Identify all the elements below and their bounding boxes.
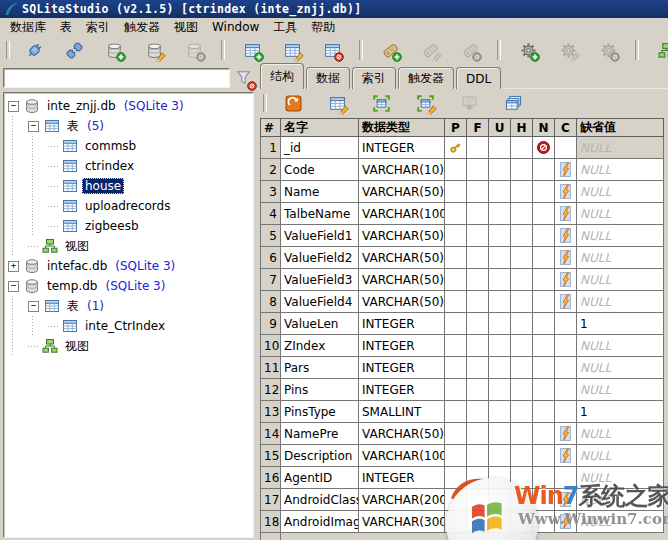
flag-f-cell[interactable] — [467, 379, 489, 401]
connect-database-button[interactable] — [23, 38, 45, 62]
flag-h-cell[interactable] — [511, 489, 533, 511]
flag-n-cell[interactable] — [533, 269, 555, 291]
flag-u-cell[interactable] — [489, 467, 511, 489]
flag-p-cell[interactable] — [445, 269, 467, 291]
flag-f-cell[interactable] — [467, 181, 489, 203]
flag-c-cell[interactable] — [555, 357, 577, 379]
flag-c-cell[interactable] — [555, 291, 577, 313]
default-value-cell[interactable]: NULL — [577, 357, 664, 379]
row-number-cell[interactable]: 13 — [261, 401, 281, 423]
menu-item-window[interactable]: Window — [205, 19, 266, 35]
row-number-cell[interactable]: 5 — [261, 225, 281, 247]
flag-n-cell[interactable] — [533, 467, 555, 489]
row-number-cell[interactable]: 14 — [261, 423, 281, 445]
flag-h-cell[interactable] — [511, 291, 533, 313]
row-number-cell[interactable]: 4 — [261, 203, 281, 225]
column-name-cell[interactable]: AndroidImage — [281, 511, 359, 533]
tree-item-table-ctrindex[interactable]: ctrindex — [4, 156, 253, 176]
tree-expander-icon[interactable]: − — [8, 281, 19, 292]
column-name-cell[interactable]: Pins — [281, 379, 359, 401]
tree-expander-icon[interactable]: − — [28, 301, 39, 312]
flag-h-cell[interactable] — [511, 181, 533, 203]
default-value-cell[interactable]: NULL — [577, 269, 664, 291]
edit-table-button[interactable] — [281, 38, 303, 62]
default-value-cell[interactable]: NULL — [577, 181, 664, 203]
default-value-cell[interactable]: NULL — [577, 247, 664, 269]
tree-filter-input[interactable] — [3, 68, 230, 88]
flag-p-cell[interactable] — [445, 489, 467, 511]
default-value-cell[interactable]: 1 — [577, 401, 664, 423]
flag-u-cell[interactable] — [489, 291, 511, 313]
row-number-cell[interactable]: 3 — [261, 181, 281, 203]
flag-c-cell[interactable] — [555, 379, 577, 401]
flag-p-cell[interactable] — [445, 511, 467, 533]
tree-item-table-inte-ctrindex[interactable]: inte_CtrIndex — [4, 316, 253, 336]
column-type-cell[interactable]: VARCHAR(50) — [359, 181, 445, 203]
tab-structure[interactable]: 结构 — [260, 63, 304, 89]
flag-p-cell[interactable] — [445, 313, 467, 335]
column-name-cell[interactable]: ValueField1 — [281, 225, 359, 247]
disconnect-database-button[interactable] — [63, 38, 85, 62]
add-table-button[interactable] — [241, 38, 263, 62]
flag-f-cell[interactable] — [467, 203, 489, 225]
flag-h-cell[interactable] — [511, 159, 533, 181]
flag-h-cell[interactable] — [511, 335, 533, 357]
row-number-cell[interactable]: 10 — [261, 335, 281, 357]
column-type-cell[interactable]: SMALLINT — [359, 401, 445, 423]
flag-p-cell[interactable] — [445, 159, 467, 181]
flag-n-cell[interactable] — [533, 291, 555, 313]
flag-n-cell[interactable] — [533, 247, 555, 269]
flag-p-cell[interactable] — [445, 357, 467, 379]
flag-f-cell[interactable] — [467, 335, 489, 357]
flag-h-cell[interactable] — [511, 269, 533, 291]
flag-f-cell[interactable] — [467, 423, 489, 445]
flag-c-cell[interactable] — [555, 335, 577, 357]
flag-f-cell[interactable] — [467, 401, 489, 423]
flag-n-cell[interactable] — [533, 313, 555, 335]
tree-item-table-commsb[interactable]: commsb — [4, 136, 253, 156]
default-value-cell[interactable]: NULL — [577, 423, 664, 445]
column-type-cell[interactable]: VARCHAR(10) — [359, 159, 445, 181]
tree-expander-icon[interactable]: + — [8, 261, 19, 272]
column-type-cell[interactable]: VARCHAR(50) — [359, 291, 445, 313]
flag-n-cell[interactable] — [533, 181, 555, 203]
column-name-cell[interactable]: ValueLen — [281, 313, 359, 335]
flag-n-cell[interactable] — [533, 357, 555, 379]
column-type-cell[interactable]: VARCHAR(50) — [359, 247, 445, 269]
add-view-button[interactable] — [655, 38, 668, 62]
tree-item-inte-znjj-db[interactable]: −inte_znjj.db(SQLite 3) — [4, 96, 253, 116]
flag-u-cell[interactable] — [489, 335, 511, 357]
filter-icon[interactable] — [235, 69, 254, 88]
edit-column-button[interactable] — [414, 91, 436, 115]
default-value-cell[interactable]: NULL — [577, 225, 664, 247]
flag-h-cell[interactable] — [511, 401, 533, 423]
flag-f-cell[interactable] — [467, 467, 489, 489]
copy-table-button[interactable] — [502, 91, 524, 115]
default-value-cell[interactable]: NULL — [577, 445, 664, 467]
flag-f-cell[interactable] — [467, 489, 489, 511]
add-index-button[interactable] — [379, 38, 401, 62]
default-value-cell[interactable]: NULL — [577, 159, 664, 181]
tree-item-inte-znjj-tables[interactable]: −表(5) — [4, 116, 253, 136]
flag-h-cell[interactable] — [511, 467, 533, 489]
column-name-cell[interactable]: AndroidClass — [281, 489, 359, 511]
column-name-cell[interactable]: Pars — [281, 357, 359, 379]
flag-n-cell[interactable] — [533, 423, 555, 445]
flag-c-cell[interactable] — [555, 225, 577, 247]
flag-u-cell[interactable] — [489, 269, 511, 291]
flag-h-cell[interactable] — [511, 247, 533, 269]
row-number-cell[interactable]: 1 — [261, 137, 281, 159]
flag-c-cell[interactable] — [555, 247, 577, 269]
flag-f-cell[interactable] — [467, 247, 489, 269]
column-type-cell[interactable]: VARCHAR(300) — [359, 511, 445, 533]
flag-c-cell[interactable] — [555, 313, 577, 335]
default-value-cell[interactable]: NULL — [577, 467, 664, 489]
column-type-cell[interactable]: VARCHAR(100) — [359, 445, 445, 467]
default-value-cell[interactable]: NULL — [577, 489, 664, 511]
flag-c-cell[interactable] — [555, 203, 577, 225]
flag-f-cell[interactable] — [467, 511, 489, 533]
column-type-cell[interactable]: VARCHAR(200) — [359, 489, 445, 511]
add-database-button[interactable] — [103, 38, 125, 62]
row-number-cell[interactable]: 15 — [261, 445, 281, 467]
flag-p-cell[interactable] — [445, 181, 467, 203]
